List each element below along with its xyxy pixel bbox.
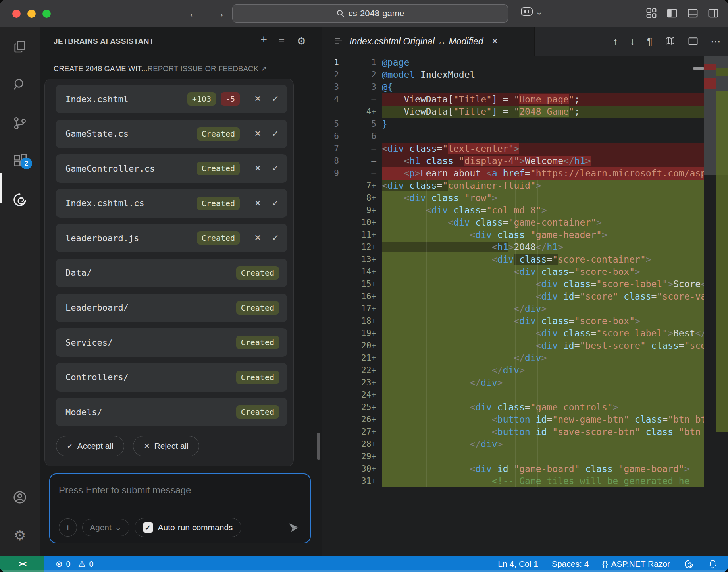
code-line[interactable]: 20+ <div id="best-score" class="score-va… bbox=[322, 340, 704, 352]
copilot-chevron-down-icon[interactable]: ⌄ bbox=[535, 7, 543, 17]
code-line[interactable]: 55} bbox=[322, 118, 704, 130]
sidebar-scrollbar[interactable] bbox=[317, 433, 320, 460]
remote-indicator[interactable]: >< bbox=[0, 556, 44, 572]
code-line[interactable]: 23+ </div> bbox=[322, 377, 704, 389]
accept-file-icon[interactable]: ✓ bbox=[272, 163, 279, 174]
code-line[interactable]: 29+ bbox=[322, 450, 704, 463]
file-change-card[interactable]: Controllers/Created bbox=[56, 363, 287, 392]
code-line[interactable]: 15+ <div class="score-label">Score</div> bbox=[322, 278, 704, 290]
toggle-panel-icon[interactable] bbox=[687, 7, 699, 19]
sidebar-item-extensions[interactable]: 2 bbox=[0, 146, 40, 176]
code-line[interactable]: 26+ <button id="new-game-btn" class="btn… bbox=[322, 414, 704, 426]
code-line[interactable]: 4– ViewData["Title"] = "Home page"; bbox=[322, 93, 704, 106]
reject-file-icon[interactable]: ✕ bbox=[254, 94, 261, 104]
tab-close-icon[interactable]: ✕ bbox=[491, 36, 498, 46]
toggle-secondary-sidebar-icon[interactable] bbox=[707, 7, 719, 19]
code-line[interactable]: 11@page bbox=[322, 56, 704, 69]
split-editor-icon[interactable] bbox=[688, 36, 699, 47]
whitespace-icon[interactable]: ¶ bbox=[647, 35, 653, 48]
code-line[interactable]: 25+ <div class="game-controls"> bbox=[322, 401, 704, 414]
code-line[interactable]: 31+ <!-- Game tiles will be generated he bbox=[322, 475, 704, 487]
code-line[interactable]: 22+ </div> bbox=[322, 364, 704, 377]
code-line[interactable]: 21+ </div> bbox=[322, 352, 704, 364]
next-change-icon[interactable]: ↓ bbox=[630, 35, 635, 48]
code-line[interactable]: 4+ ViewData["Title"] = "2048 Game"; bbox=[322, 106, 704, 118]
code-line[interactable]: 9– <p>Learn about <a href="https://learn… bbox=[322, 167, 704, 180]
chat-history-icon[interactable]: ≡ bbox=[279, 35, 285, 47]
code-line[interactable]: 30+ <div id="game-board" class="game-boa… bbox=[322, 463, 704, 475]
autorun-checkbox[interactable]: ✓ bbox=[143, 522, 153, 533]
file-change-card[interactable]: Models/Created bbox=[56, 398, 287, 426]
warnings-icon[interactable]: ⚠ bbox=[78, 559, 86, 569]
reject-file-icon[interactable]: ✕ bbox=[254, 233, 261, 243]
toggle-primary-sidebar-icon[interactable] bbox=[666, 7, 678, 19]
agent-mode-dropdown[interactable]: Agent ⌄ bbox=[82, 519, 129, 536]
code-line[interactable]: 14+ <div class="score-box"> bbox=[322, 266, 704, 278]
tab-diff-index-cshtml[interactable]: Index.cshtml Original ↔ Modified ✕ bbox=[322, 27, 535, 56]
file-change-card[interactable]: Index.cshtml+103-5✕✓ bbox=[56, 85, 287, 113]
command-center-search[interactable]: cs-2048-game bbox=[232, 4, 508, 23]
code-line[interactable]: 8+ <div class="row"> bbox=[322, 192, 704, 204]
minimize-window-button[interactable] bbox=[27, 10, 36, 18]
accept-file-icon[interactable]: ✓ bbox=[272, 198, 279, 209]
code-line[interactable]: 16+ <div id="score" class="score-value">… bbox=[322, 290, 704, 303]
attach-button[interactable]: + bbox=[59, 518, 77, 537]
code-lines[interactable]: 11@page22@model IndexModel33@{4– ViewDat… bbox=[322, 56, 704, 487]
reject-file-icon[interactable]: ✕ bbox=[254, 198, 261, 209]
autorun-toggle[interactable]: ✓ Auto-run commands bbox=[135, 518, 241, 537]
file-change-card[interactable]: Data/Created bbox=[56, 259, 287, 287]
file-change-card[interactable]: leaderboard.jsCreated✕✓ bbox=[56, 224, 287, 252]
code-line[interactable]: 28+ </div> bbox=[322, 438, 704, 450]
code-line[interactable]: 18+ <div class="score-box"> bbox=[322, 315, 704, 327]
close-window-button[interactable] bbox=[12, 10, 21, 18]
ai-status-icon[interactable] bbox=[684, 559, 694, 570]
code-line[interactable]: 24+ bbox=[322, 389, 704, 401]
accept-file-icon[interactable]: ✓ bbox=[272, 233, 279, 243]
language-mode[interactable]: {} ASP.NET Razor bbox=[602, 559, 670, 569]
forward-button[interactable]: → bbox=[214, 6, 225, 21]
copilot-icon[interactable] bbox=[521, 7, 533, 16]
sidebar-item-source-control[interactable] bbox=[0, 108, 40, 138]
notifications-bell-icon[interactable] bbox=[708, 559, 718, 569]
errors-icon[interactable]: ⊗ bbox=[56, 559, 63, 569]
back-button[interactable]: ← bbox=[188, 6, 200, 21]
sidebar-item-search[interactable] bbox=[0, 70, 40, 100]
accept-file-icon[interactable]: ✓ bbox=[272, 129, 279, 139]
sidebar-item-accounts[interactable] bbox=[0, 482, 40, 512]
code-line[interactable]: 66 bbox=[322, 130, 704, 143]
reject-file-icon[interactable]: ✕ bbox=[254, 129, 261, 139]
code-line[interactable]: 12+ <h1>2048</h1> bbox=[322, 241, 704, 253]
editor-scrollbar[interactable] bbox=[693, 67, 704, 70]
code-line[interactable]: 33@{ bbox=[322, 81, 704, 93]
code-line[interactable]: 7–<div class="text-center"> bbox=[322, 143, 704, 155]
file-change-card[interactable]: GameState.csCreated✕✓ bbox=[56, 120, 287, 148]
panel-settings-icon[interactable]: ⚙ bbox=[297, 35, 306, 47]
code-line[interactable]: 17+ </div> bbox=[322, 303, 704, 315]
new-chat-icon[interactable]: + bbox=[260, 33, 267, 45]
send-icon[interactable] bbox=[287, 521, 300, 534]
code-line[interactable]: 7+<div class="container-fluid"> bbox=[322, 180, 704, 192]
sidebar-item-explorer[interactable] bbox=[0, 32, 40, 62]
code-line[interactable]: 27+ <button id="save-score-btn" class="b… bbox=[322, 426, 704, 438]
code-line[interactable]: 13+ <div class="score-container"> bbox=[322, 253, 704, 266]
indentation-setting[interactable]: Spaces: 4 bbox=[552, 559, 589, 569]
reject-file-icon[interactable]: ✕ bbox=[254, 163, 261, 174]
code-line[interactable]: 22@model IndexModel bbox=[322, 69, 704, 81]
map-icon[interactable] bbox=[664, 36, 676, 47]
maximize-window-button[interactable] bbox=[42, 10, 51, 18]
warnings-count[interactable]: 0 bbox=[89, 560, 94, 569]
cursor-position[interactable]: Ln 4, Col 1 bbox=[498, 559, 538, 569]
minimap[interactable] bbox=[704, 56, 728, 556]
previous-change-icon[interactable]: ↑ bbox=[613, 35, 618, 48]
reject-all-button[interactable]: ✕ Reject all bbox=[133, 436, 199, 456]
file-change-card[interactable]: Services/Created bbox=[56, 328, 287, 357]
sidebar-item-settings[interactable]: ⚙ bbox=[0, 520, 40, 551]
accept-file-icon[interactable]: ✓ bbox=[272, 94, 279, 104]
code-line[interactable]: 8– <h1 class="display-4">Welcome</h1> bbox=[322, 155, 704, 167]
chat-input-box[interactable]: Press Enter to submit message + Agent ⌄ … bbox=[49, 473, 311, 543]
code-line[interactable]: 10+ <div class="game-container"> bbox=[322, 216, 704, 229]
errors-count[interactable]: 0 bbox=[66, 560, 71, 569]
more-actions-icon[interactable]: ⋯ bbox=[711, 35, 721, 48]
file-change-card[interactable]: Leaderboard/Created bbox=[56, 294, 287, 322]
code-line[interactable]: 9+ <div class="col-md-8"> bbox=[322, 204, 704, 216]
